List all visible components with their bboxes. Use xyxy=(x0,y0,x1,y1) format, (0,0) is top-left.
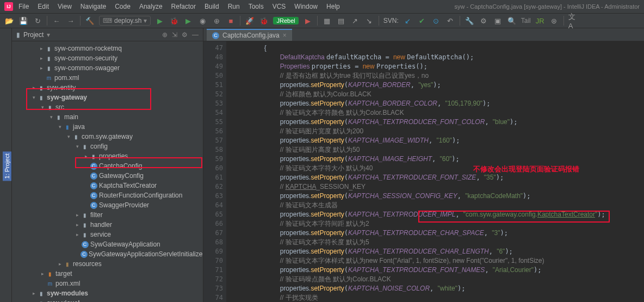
open-icon[interactable]: 📂 xyxy=(4,16,14,26)
wrench-icon[interactable]: 🔧 xyxy=(465,16,474,26)
project-tree[interactable]: ▸▮syw-common-rocketmq ▸▮syw-common-secur… xyxy=(12,41,203,302)
left-tool-strip: 1: Project 2: Structure 2: Favorites JRe… xyxy=(0,28,12,302)
menu-help[interactable]: Help xyxy=(323,2,343,11)
nav-icon[interactable]: ▤ xyxy=(336,16,346,26)
tree-item[interactable]: handler xyxy=(90,221,112,229)
tree-item[interactable]: target xyxy=(55,270,72,278)
tree-item[interactable]: syw-visual xyxy=(47,299,80,302)
tree-item[interactable]: syw-common-security xyxy=(54,54,117,62)
folder-icon: ▮ xyxy=(16,31,20,39)
tree-item[interactable]: RouterFunctionConfiguration xyxy=(99,192,182,199)
tree-item[interactable]: java xyxy=(73,123,85,131)
svn-update-icon[interactable]: ↙ xyxy=(403,16,413,26)
tree-item[interactable]: SywGatewayApplicationServletInitializer xyxy=(89,250,203,258)
tree-item[interactable]: com.syw.gateway xyxy=(82,133,133,140)
menu-file[interactable]: File xyxy=(15,2,32,11)
tree-item[interactable]: properties xyxy=(99,152,128,160)
close-tab-icon[interactable]: × xyxy=(283,32,287,39)
structure-icon[interactable]: ▣ xyxy=(493,16,503,26)
tree-item[interactable]: service xyxy=(90,231,111,238)
jrebel-rocket-icon[interactable]: 🚀 xyxy=(245,16,255,26)
select-opened-icon[interactable]: ⊕ xyxy=(162,31,168,39)
menu-vcs[interactable]: VCS xyxy=(269,2,289,11)
tree-item[interactable]: config xyxy=(90,143,108,150)
annotation-text: 不修改会出现登陆页面验证码报错 xyxy=(473,164,579,174)
svn-label: SVN: xyxy=(383,17,399,24)
project-title[interactable]: Project xyxy=(23,31,44,39)
tree-item[interactable]: main xyxy=(64,113,78,121)
line-gutter: 47 48 49 50 51 52 53 54 55 56 57 58 59 6… xyxy=(203,41,226,302)
tree-item[interactable]: pom.xml xyxy=(54,74,79,82)
hide-icon[interactable]: — xyxy=(192,31,199,39)
menu-run[interactable]: Run xyxy=(225,2,243,11)
tree-item-captchaconfig[interactable]: CaptchaConfig xyxy=(99,162,142,170)
menu-bar: IJ File Edit View Navigate Code Analyze … xyxy=(0,0,644,13)
editor-tabs: C CaptchaConfig.java × xyxy=(203,28,644,41)
code-body[interactable]: { DefaultKaptcha defaultKaptcha = new De… xyxy=(226,41,644,302)
sync-icon[interactable]: ↻ xyxy=(33,16,42,26)
tree-item[interactable]: syw-modules xyxy=(47,289,88,297)
back-icon[interactable]: ← xyxy=(52,16,61,26)
build-icon[interactable]: 🔨 xyxy=(85,16,95,26)
coverage-icon[interactable]: ▶ xyxy=(183,16,193,26)
svn-revert-icon[interactable]: ↶ xyxy=(445,16,455,26)
profile-icon[interactable]: ◉ xyxy=(197,16,207,26)
settings-icon[interactable]: ⚙ xyxy=(479,16,488,26)
import-icon[interactable]: ↘ xyxy=(364,16,374,26)
forward-icon[interactable]: → xyxy=(66,16,76,26)
svn-commit-icon[interactable]: ✔ xyxy=(417,16,427,26)
project-pane: ▮ Project ▾ ⊕ ⇲ ⚙ — ▸▮syw-common-rocketm… xyxy=(12,28,203,302)
tree-item[interactable]: syw-common-rocketmq xyxy=(54,45,122,52)
tree-item[interactable]: filter xyxy=(90,211,103,219)
tree-item[interactable]: src xyxy=(55,103,64,111)
jrebel-debug-icon[interactable]: 🐞 xyxy=(259,16,269,26)
tail-label[interactable]: Tail xyxy=(521,17,531,24)
menu-view[interactable]: View xyxy=(54,2,75,11)
app-logo-icon: IJ xyxy=(4,2,13,11)
menu-build[interactable]: Build xyxy=(201,2,222,11)
menu-refactor[interactable]: Refactor xyxy=(168,2,199,11)
leaf-icon[interactable]: ⊛ xyxy=(549,16,559,26)
menu-tools[interactable]: Tools xyxy=(245,2,267,11)
tree-item[interactable]: syw-common-swagger xyxy=(54,64,120,72)
gear-icon[interactable]: ⚙ xyxy=(182,31,188,39)
menu-edit[interactable]: Edit xyxy=(34,2,52,11)
editor-tab-captcha[interactable]: C CaptchaConfig.java × xyxy=(207,29,292,41)
export-icon[interactable]: ↗ xyxy=(350,16,360,26)
collapse-icon[interactable]: ⇲ xyxy=(172,31,177,39)
tree-item[interactable]: syw-entity xyxy=(47,84,76,91)
project-header: ▮ Project ▾ ⊕ ⇲ ⚙ — xyxy=(12,28,203,41)
menu-code[interactable]: Code xyxy=(112,2,134,11)
run-icon[interactable]: ▶ xyxy=(155,16,165,26)
class-icon: C xyxy=(212,32,219,39)
svn-history-icon[interactable]: ⊙ xyxy=(431,16,441,26)
tree-item[interactable]: SwaggerProvider xyxy=(99,201,149,209)
menu-navigate[interactable]: Navigate xyxy=(77,2,109,11)
jrebel-label[interactable]: JRebel xyxy=(273,17,298,24)
tree-item[interactable]: SywGatewayApplication xyxy=(90,241,160,248)
search-icon[interactable]: 🔍 xyxy=(507,16,517,26)
tree-item[interactable]: resources xyxy=(73,260,102,268)
xrebel-icon[interactable]: ▶ xyxy=(303,16,313,26)
menu-window[interactable]: Window xyxy=(291,2,321,11)
db-icon[interactable]: ▦ xyxy=(322,16,332,26)
debug-icon[interactable]: 🐞 xyxy=(169,16,179,26)
save-icon[interactable]: 💾 xyxy=(18,16,28,26)
code-area[interactable]: 47 48 49 50 51 52 53 54 55 56 57 58 59 6… xyxy=(203,41,644,302)
run-config-select[interactable]: ⌨deploy.sh▾ xyxy=(99,16,151,26)
tree-item[interactable]: pom.xml xyxy=(55,280,80,287)
main-toolbar: 📂 💾 ↻ ← → 🔨 ⌨deploy.sh▾ ▶ 🐞 ▶ ◉ ⊕ ■ 🚀 🐞 … xyxy=(0,13,644,28)
jr-icon[interactable]: JR xyxy=(535,16,545,26)
window-title: syw - CaptchaConfig.java [syw-gateway] -… xyxy=(454,3,640,10)
tree-item[interactable]: GatewayConfig xyxy=(99,172,144,180)
editor-tab-label: CaptchaConfig.java xyxy=(222,32,280,39)
stop-icon[interactable]: ■ xyxy=(226,16,236,26)
editor-area: C CaptchaConfig.java × 47 48 49 50 51 52… xyxy=(203,28,644,302)
menu-analyze[interactable]: Analyze xyxy=(136,2,166,11)
tree-item[interactable]: KaptchaTextCreator xyxy=(99,182,157,189)
attach-icon[interactable]: ⊕ xyxy=(212,16,221,26)
tool-project[interactable]: 1: Project xyxy=(3,151,11,181)
tree-item-gateway[interactable]: syw-gateway xyxy=(47,94,87,101)
translate-icon[interactable]: 文A xyxy=(568,16,578,26)
